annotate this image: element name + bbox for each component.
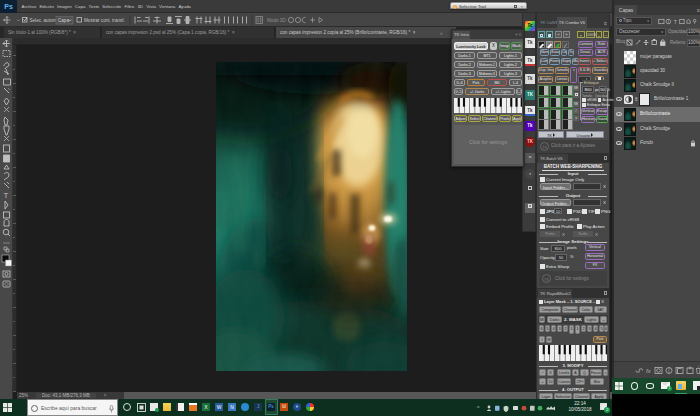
svg-text:T: T [674,19,678,25]
svg-text:Mostrar cont. transf.: Mostrar cont. transf. [84,18,125,23]
svg-text:Selec. autom:: Selec. autom: [30,18,58,23]
svg-text:Modo 3D:: Modo 3D: [267,18,287,23]
svg-text:fx: fx [646,368,652,374]
svg-text:T: T [4,191,9,200]
svg-text:Capa: Capa [58,18,69,23]
